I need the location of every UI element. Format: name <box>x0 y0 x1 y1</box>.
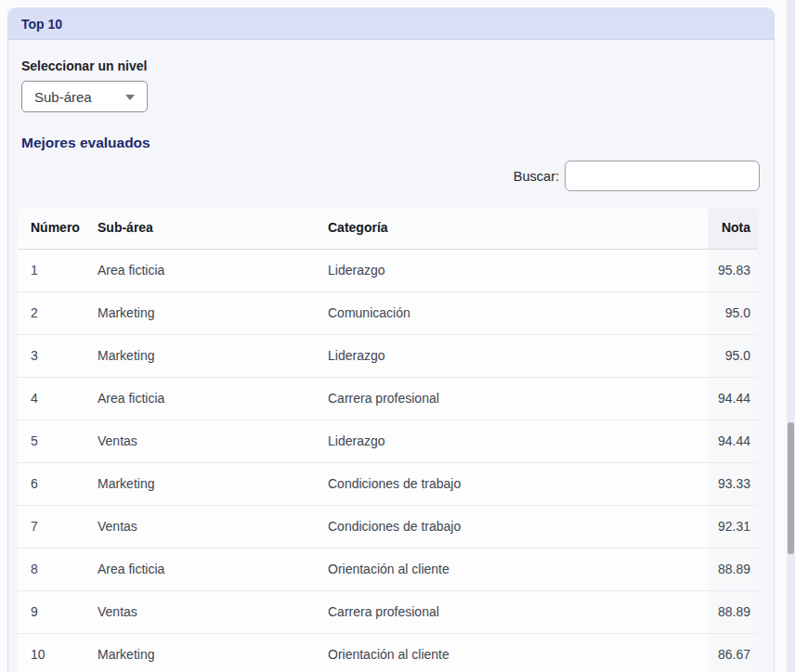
column-header-categoria[interactable]: Categoría <box>315 207 708 249</box>
cell-categoria: Condiciones de trabajo <box>315 505 708 548</box>
cell-numero: 4 <box>18 377 85 420</box>
chevron-down-icon <box>125 95 135 100</box>
cell-categoria: Orientación al cliente <box>315 633 708 672</box>
cell-categoria: Carrera profesional <box>315 590 708 633</box>
table-row[interactable]: 9VentasCarrera profesional88.89 <box>18 590 758 633</box>
search-label: Buscar: <box>466 169 559 184</box>
panel-title: Top 10 <box>21 17 62 32</box>
cell-nota: 92.31 <box>708 505 758 548</box>
cell-categoria: Orientación al cliente <box>315 548 708 590</box>
cell-subarea: Area ficticia <box>85 377 315 420</box>
cell-nota: 94.44 <box>708 377 758 420</box>
cell-numero: 8 <box>18 548 85 590</box>
cell-numero: 6 <box>18 462 85 505</box>
cell-numero: 1 <box>18 249 85 291</box>
page-scrollbar[interactable] <box>787 0 795 672</box>
cell-nota: 88.89 <box>708 590 758 633</box>
level-select[interactable]: Sub-área <box>21 81 148 112</box>
table-row[interactable]: 8Area ficticiaOrientación al cliente88.8… <box>18 548 758 590</box>
cell-nota: 86.67 <box>708 633 758 672</box>
cell-nota: 94.44 <box>708 420 758 462</box>
cell-categoria: Carrera profesional <box>315 377 708 420</box>
cell-numero: 5 <box>18 420 85 462</box>
level-select-label: Seleccionar un nivel <box>21 58 147 73</box>
cell-subarea: Ventas <box>85 505 315 548</box>
scrollbar-thumb[interactable] <box>788 422 794 554</box>
cell-categoria: Liderazgo <box>315 334 708 377</box>
cell-subarea: Ventas <box>85 420 315 462</box>
table-row[interactable]: 4Area ficticiaCarrera profesional94.44 <box>18 377 758 420</box>
cell-numero: 3 <box>18 334 85 377</box>
cell-nota: 88.89 <box>708 548 758 590</box>
cell-nota: 95.83 <box>708 249 758 291</box>
table-row[interactable]: 6MarketingCondiciones de trabajo93.33 <box>18 462 758 505</box>
cell-subarea: Marketing <box>85 334 315 377</box>
cell-subarea: Marketing <box>85 633 315 672</box>
table-header-row: Número Sub-área Categoría Nota <box>18 207 758 249</box>
cell-subarea: Marketing <box>85 291 315 334</box>
table-row[interactable]: 5VentasLiderazgo94.44 <box>18 420 758 462</box>
table-row[interactable]: 7VentasCondiciones de trabajo92.31 <box>18 505 758 548</box>
table-row[interactable]: 2MarketingComunicación95.0 <box>18 291 758 334</box>
cell-categoria: Liderazgo <box>315 420 708 462</box>
cell-categoria: Liderazgo <box>315 249 708 291</box>
cell-subarea: Ventas <box>85 590 315 633</box>
table-row[interactable]: 1Area ficticiaLiderazgo95.83 <box>18 249 758 291</box>
cell-nota: 95.0 <box>708 291 758 334</box>
cell-nota: 93.33 <box>708 462 758 505</box>
cell-subarea: Area ficticia <box>85 249 315 291</box>
cell-nota: 95.0 <box>708 334 758 377</box>
column-header-nota[interactable]: Nota <box>708 207 758 249</box>
cell-numero: 9 <box>18 590 85 633</box>
section-title: Mejores evaluados <box>21 135 150 151</box>
cell-subarea: Area ficticia <box>85 548 315 590</box>
table-row[interactable]: 10MarketingOrientación al cliente86.67 <box>18 633 758 672</box>
cell-numero: 2 <box>18 291 85 334</box>
column-header-numero[interactable]: Número <box>18 207 85 249</box>
cell-subarea: Marketing <box>85 462 315 505</box>
top10-panel: Top 10 Seleccionar un nivel Sub-área Mej… <box>7 7 775 672</box>
cell-numero: 10 <box>18 633 85 672</box>
search-input[interactable] <box>565 161 760 191</box>
cell-numero: 7 <box>18 505 85 548</box>
cell-categoria: Comunicación <box>315 291 708 334</box>
top10-table: Número Sub-área Categoría Nota 1Area fic… <box>18 207 758 672</box>
table-row[interactable]: 3MarketingLiderazgo95.0 <box>18 334 758 377</box>
column-header-subarea[interactable]: Sub-área <box>85 207 315 249</box>
cell-categoria: Condiciones de trabajo <box>315 462 708 505</box>
table-body: 1Area ficticiaLiderazgo95.832MarketingCo… <box>18 249 758 672</box>
panel-header: Top 10 <box>8 8 774 40</box>
level-select-value: Sub-área <box>34 89 92 105</box>
